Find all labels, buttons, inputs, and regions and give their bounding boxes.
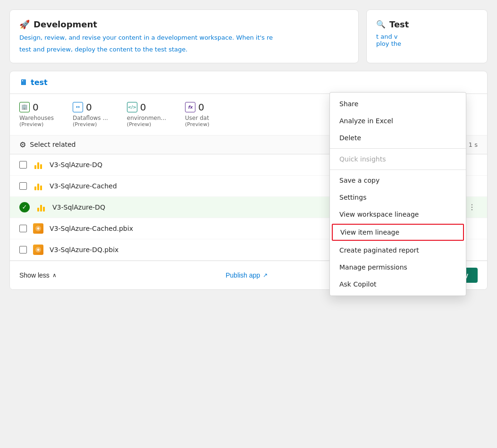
dataflows-label: Dataflows ... bbox=[73, 115, 108, 121]
context-menu-ask-copilot[interactable]: Ask Copilot bbox=[330, 276, 466, 293]
dev-desc-line2-text: test and preview, deploy the content to … bbox=[19, 46, 187, 53]
delete-label: Delete bbox=[339, 134, 361, 142]
manage-permissions-label: Manage permissions bbox=[339, 263, 407, 271]
context-menu-analyze[interactable]: Analyze in Excel bbox=[330, 112, 466, 129]
stat-warehouses: 🏢 0 Warehouses (Preview) bbox=[19, 101, 54, 127]
external-link-icon: ↗ bbox=[263, 272, 268, 279]
context-menu-workspace-lineage[interactable]: View workspace lineage bbox=[330, 206, 466, 223]
show-less-label: Show less bbox=[19, 271, 50, 279]
test-desc-text: t and v bbox=[376, 33, 398, 40]
environ-preview: (Preview) bbox=[127, 121, 151, 127]
dev-card-title: 🚀 Development bbox=[19, 19, 349, 29]
context-menu-share[interactable]: Share bbox=[330, 95, 466, 112]
stat-environments: </> 0 environmen... (Preview) bbox=[127, 101, 166, 127]
context-menu-item-lineage[interactable]: View item lineage bbox=[332, 224, 464, 241]
workspace-icon: 🖥 bbox=[19, 78, 27, 87]
userdata-preview: (Preview) bbox=[185, 121, 209, 127]
bar2 bbox=[37, 184, 39, 190]
publish-app-label: Publish app bbox=[226, 271, 260, 279]
settings-label: Settings bbox=[339, 194, 366, 201]
bar-chart-icon bbox=[37, 203, 45, 211]
context-menu-divider1 bbox=[330, 148, 466, 149]
ask-copilot-label: Ask Copilot bbox=[339, 280, 377, 288]
context-menu-manage-permissions[interactable]: Manage permissions bbox=[330, 259, 466, 276]
item-lineage-label: View item lineage bbox=[340, 228, 399, 236]
dataflows-preview: (Preview) bbox=[73, 121, 97, 127]
environ-icon: </> bbox=[127, 102, 137, 112]
context-menu-settings[interactable]: Settings bbox=[330, 189, 466, 206]
publish-app-button[interactable]: Publish app ↗ bbox=[226, 271, 268, 279]
stat-warehouses-top: 🏢 0 bbox=[19, 101, 39, 113]
item-checkbox[interactable] bbox=[19, 225, 27, 232]
context-menu-save-copy[interactable]: Save a copy bbox=[330, 172, 466, 189]
development-card: 🚀 Development Design, review, and revise… bbox=[9, 9, 359, 63]
dev-card-description: Design, review, and revise your content … bbox=[19, 33, 349, 42]
quick-insights-label: Quick insights bbox=[339, 155, 386, 163]
pbix-icon bbox=[33, 223, 43, 234]
userdata-count: 0 bbox=[198, 101, 204, 113]
item-checkbox[interactable] bbox=[19, 246, 27, 254]
dev-desc-line2: test and preview, deploy the content to … bbox=[19, 44, 349, 53]
context-menu-create-paginated[interactable]: Create paginated report bbox=[330, 242, 466, 259]
stat-dataflows: ↔ 0 Dataflows ... (Preview) bbox=[73, 101, 108, 127]
page-wrapper: 🚀 Development Design, review, and revise… bbox=[0, 0, 497, 448]
top-section: 🚀 Development Design, review, and revise… bbox=[9, 9, 488, 63]
select-related-label: Select related bbox=[30, 141, 76, 148]
test-card-desc2: ploy the bbox=[376, 40, 478, 47]
dev-rocket-icon: 🚀 bbox=[19, 19, 30, 29]
item-check-done bbox=[19, 202, 30, 212]
select-related-icon: ⚙ bbox=[19, 140, 26, 149]
warehouses-preview: (Preview) bbox=[19, 121, 43, 127]
bar2 bbox=[40, 205, 42, 211]
test-search-icon: 🔍 bbox=[376, 20, 386, 29]
show-less-button[interactable]: Show less ∧ bbox=[19, 271, 57, 279]
context-menu-quick-insights: Quick insights bbox=[330, 151, 466, 168]
bar3 bbox=[40, 186, 42, 190]
workspace-name: test bbox=[31, 78, 48, 87]
test-title-row: 🔍 Test bbox=[376, 19, 478, 29]
chevron-up-icon: ∧ bbox=[52, 272, 57, 279]
create-paginated-label: Create paginated report bbox=[339, 246, 419, 254]
stat-dataflows-top: ↔ 0 bbox=[73, 101, 92, 113]
item-type-icon bbox=[33, 159, 44, 170]
test-title-text: Test bbox=[389, 19, 409, 29]
warehouse-icon: 🏢 bbox=[19, 102, 30, 112]
test-card: 🔍 Test t and v ploy the bbox=[366, 9, 488, 63]
item-checkbox[interactable] bbox=[19, 161, 27, 169]
bar-chart-icon bbox=[34, 182, 42, 190]
bar3 bbox=[43, 207, 45, 211]
context-menu-delete[interactable]: Delete bbox=[330, 129, 466, 146]
item-checkbox[interactable] bbox=[19, 182, 27, 190]
bar2 bbox=[37, 162, 39, 169]
test-card-desc: t and v bbox=[376, 33, 478, 40]
workspace-header: 🖥 test cypres bbox=[10, 71, 487, 94]
more-options-button[interactable]: ⋮ bbox=[466, 202, 478, 213]
fx-icon: fx bbox=[185, 102, 195, 112]
count-text: 1 s bbox=[469, 141, 478, 148]
warehouses-count: 0 bbox=[33, 101, 39, 113]
workspace-lineage-label: View workspace lineage bbox=[339, 211, 419, 218]
analyze-label: Analyze in Excel bbox=[339, 117, 393, 125]
bar3 bbox=[40, 164, 42, 169]
userdata-label: User dat bbox=[185, 115, 209, 121]
pbix-icon-wrap bbox=[33, 223, 44, 234]
environ-label: environmen... bbox=[127, 115, 166, 121]
item-type-icon bbox=[33, 180, 44, 192]
stat-userdata: fx 0 User dat (Preview) bbox=[185, 101, 209, 127]
select-related-left: ⚙ Select related bbox=[19, 140, 76, 149]
pbix-icon-wrap bbox=[33, 244, 44, 255]
workspace-title: 🖥 test cypres bbox=[19, 78, 478, 87]
save-copy-label: Save a copy bbox=[339, 177, 379, 184]
environ-count: 0 bbox=[140, 101, 146, 113]
stat-userdata-top: fx 0 bbox=[185, 101, 204, 113]
stat-environments-top: </> 0 bbox=[127, 101, 146, 113]
warehouses-label: Warehouses bbox=[19, 115, 54, 121]
context-menu-divider2 bbox=[330, 169, 466, 170]
pbix-icon bbox=[33, 245, 43, 255]
dataflows-icon: ↔ bbox=[73, 102, 83, 112]
bar1 bbox=[37, 208, 39, 211]
item-type-icon bbox=[35, 202, 47, 213]
dev-desc-text: Design, review, and revise your content … bbox=[19, 34, 273, 41]
bar-chart-icon bbox=[34, 161, 42, 169]
dataflows-count: 0 bbox=[86, 101, 92, 113]
